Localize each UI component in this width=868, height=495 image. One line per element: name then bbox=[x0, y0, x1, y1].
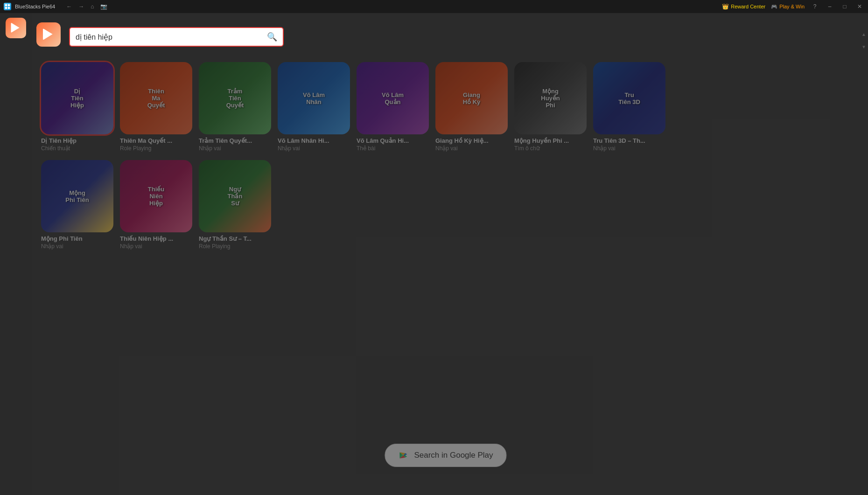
right-sidebar: ▲ ▼ bbox=[860, 13, 868, 495]
restore-btn[interactable]: □ bbox=[840, 2, 849, 11]
titlebar-left: BlueStacks Pie64 ← → ⌂ 📷 bbox=[4, 2, 109, 11]
back-btn[interactable]: ← bbox=[64, 2, 74, 11]
search-icon[interactable]: 🔍 bbox=[267, 32, 277, 42]
home-btn[interactable]: ⌂ bbox=[89, 2, 96, 11]
scroll-up-arrow[interactable]: ▲ bbox=[861, 32, 866, 37]
titlebar-app-name: BlueStacks Pie64 bbox=[15, 4, 55, 9]
svg-rect-1 bbox=[8, 4, 10, 7]
titlebar-logo bbox=[4, 3, 11, 10]
titlebar-right: 👑 Reward Center 🎮 Play & Win ? – □ ✕ bbox=[722, 2, 864, 11]
search-input-wrapper: 🔍 bbox=[69, 27, 284, 47]
screenshot-btn[interactable]: 📷 bbox=[98, 2, 109, 11]
play-win[interactable]: 🎮 Play & Win bbox=[771, 4, 805, 10]
reward-center[interactable]: 👑 Reward Center bbox=[722, 3, 765, 10]
main-layout: 🔍 Dị Tiên HiệpDị Tiên HiệpChiến thuậtThi… bbox=[0, 13, 868, 495]
svg-rect-3 bbox=[8, 7, 10, 9]
reward-center-label: Reward Center bbox=[731, 4, 765, 9]
playnwin-icon: 🎮 bbox=[771, 4, 777, 10]
forward-btn[interactable]: → bbox=[77, 2, 86, 11]
svg-rect-0 bbox=[5, 4, 7, 7]
sidebar-play-store-icon[interactable] bbox=[6, 18, 26, 38]
close-btn[interactable]: ✕ bbox=[855, 2, 864, 11]
playnwin-label: Play & Win bbox=[779, 4, 805, 9]
content-area: 🔍 Dị Tiên HiệpDị Tiên HiệpChiến thuậtThi… bbox=[32, 13, 860, 495]
background-overlay bbox=[32, 13, 860, 495]
scroll-down-arrow[interactable]: ▼ bbox=[861, 44, 866, 49]
crown-icon: 👑 bbox=[722, 3, 729, 10]
search-bar-container: 🔍 bbox=[69, 27, 284, 47]
titlebar-nav: ← → ⌂ 📷 bbox=[64, 2, 109, 11]
search-input[interactable] bbox=[76, 33, 263, 41]
play-store-logo-badge bbox=[36, 22, 61, 47]
svg-rect-2 bbox=[5, 7, 7, 9]
sidebar bbox=[0, 13, 32, 495]
minimize-btn[interactable]: – bbox=[825, 2, 834, 11]
search-area: 🔍 bbox=[41, 27, 850, 47]
titlebar: BlueStacks Pie64 ← → ⌂ 📷 👑 Reward Center… bbox=[0, 0, 868, 13]
help-btn[interactable]: ? bbox=[810, 2, 819, 11]
